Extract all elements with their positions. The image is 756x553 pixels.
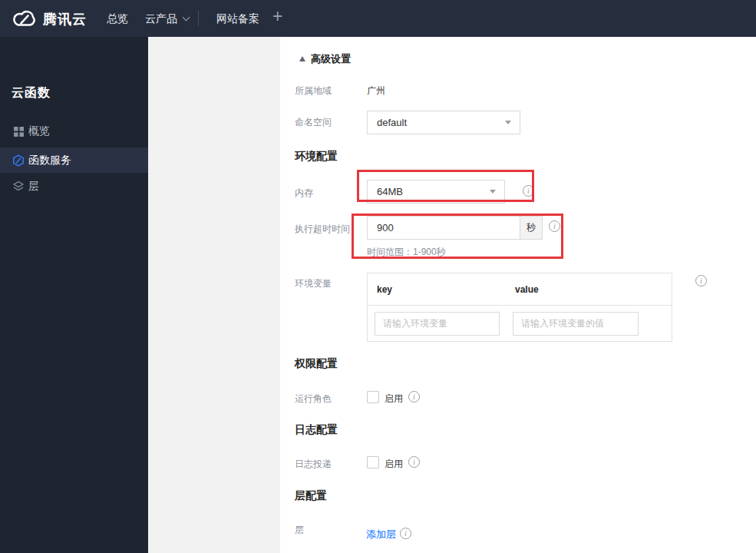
log-delivery-enable-label: 启用 (385, 458, 403, 471)
env-vars-header-row: key value (368, 273, 672, 306)
namespace-label: 命名空间 (295, 116, 332, 129)
namespace-selected-value: default (377, 117, 407, 128)
timeout-label: 执行超时时间 (295, 223, 350, 236)
add-layer-link[interactable]: 添加层 (366, 528, 396, 541)
nav-item-products[interactable]: 云产品 (145, 12, 189, 26)
run-role-checkbox[interactable] (367, 391, 379, 403)
env-vars-info-icon[interactable]: i (695, 275, 707, 286)
sidebar-item-label: 函数服务 (28, 154, 71, 167)
env-vars-label: 环境变量 (295, 277, 332, 290)
chevron-down-icon (183, 14, 190, 22)
env-key-header: key (368, 284, 515, 295)
log-delivery-label: 日志投递 (295, 458, 332, 471)
timeout-input[interactable] (368, 217, 520, 239)
memory-info-icon[interactable]: i (523, 185, 534, 197)
region-label: 所属地域 (295, 84, 332, 98)
section-env-config: 环境配置 (295, 150, 338, 164)
region-value: 广州 (367, 84, 385, 98)
advanced-settings-label: 高级设置 (311, 53, 351, 65)
run-role-enable-label: 启用 (385, 392, 403, 406)
collapse-arrow-icon (299, 56, 305, 61)
timeout-range-hint: 时间范围：1-900秒 (367, 246, 446, 259)
scf-hexagon-icon (12, 154, 25, 167)
sidebar: 云函数 概览 函数服务 层 (0, 37, 148, 553)
log-delivery-checkbox[interactable] (367, 456, 379, 469)
nav-item-overview[interactable]: 总览 (107, 12, 128, 26)
env-vars-table: key value (367, 273, 672, 342)
caret-down-icon (490, 190, 496, 194)
timeout-unit: 秒 (520, 217, 542, 239)
timeout-input-group: 秒 (367, 216, 543, 240)
section-layer-config: 层配置 (295, 489, 327, 503)
env-key-input[interactable] (375, 312, 500, 336)
tencent-cloud-logo-icon (11, 8, 38, 28)
section-log-config: 日志配置 (295, 423, 338, 437)
memory-label: 内存 (295, 187, 313, 200)
top-nav: 腾讯云 总览 云产品 网站备案 + (0, 0, 756, 37)
collapsed-list-panel (148, 37, 280, 553)
brand-name[interactable]: 腾讯云 (43, 10, 87, 28)
run-role-label: 运行角色 (295, 392, 332, 406)
env-value-header: value (515, 284, 539, 295)
log-delivery-info-icon[interactable]: i (408, 456, 420, 468)
layer-label: 层 (295, 524, 304, 537)
advanced-settings-toggle[interactable]: 高级设置 (299, 51, 351, 66)
layer-info-icon[interactable]: i (400, 528, 411, 539)
timeout-info-icon[interactable]: i (549, 220, 560, 232)
sidebar-item-overview[interactable]: 概览 (0, 118, 148, 144)
memory-select[interactable]: 64MB (367, 180, 505, 204)
nav-divider (198, 11, 199, 26)
sidebar-item-label: 层 (28, 180, 39, 194)
caret-down-icon (505, 121, 511, 124)
sidebar-item-functions[interactable]: 函数服务 (0, 147, 148, 173)
run-role-info-icon[interactable]: i (408, 391, 420, 402)
sidebar-item-label: 概览 (28, 124, 50, 138)
memory-selected-value: 64MB (377, 186, 403, 197)
env-vars-input-row (368, 306, 672, 341)
section-permission-config: 权限配置 (295, 357, 338, 371)
grid-icon (12, 125, 25, 137)
add-tab-button[interactable]: + (272, 6, 282, 27)
layers-icon (12, 180, 25, 193)
env-value-input[interactable] (513, 312, 639, 336)
nav-item-icp[interactable]: 网站备案 (216, 12, 259, 26)
sidebar-title: 云函数 (12, 85, 51, 101)
sidebar-item-layers[interactable]: 层 (0, 174, 148, 200)
nav-products-label: 云产品 (145, 12, 177, 25)
namespace-select[interactable]: default (367, 111, 520, 134)
